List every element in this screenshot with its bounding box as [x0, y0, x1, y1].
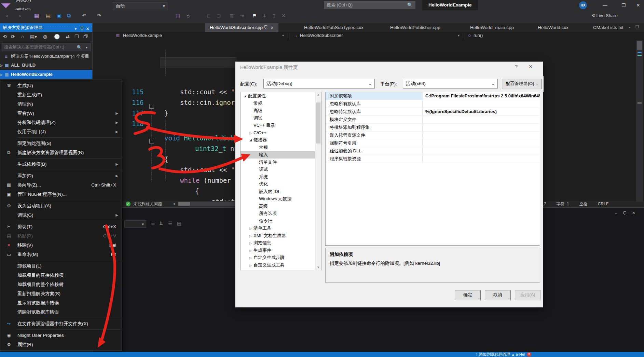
property-row-延迟加载的 DLL[interactable]: 延迟加载的 DLL: [326, 147, 540, 155]
property-row-程序集链接资源[interactable]: 程序集链接资源: [326, 155, 540, 163]
close-icon[interactable]: ✕: [632, 211, 635, 215]
collapsed-icon[interactable]: ▷: [249, 225, 254, 233]
tree-scrollbar[interactable]: ∧ ∨: [315, 92, 321, 270]
expanded-icon[interactable]: [249, 139, 252, 141]
context-menu-item-管理 NuGet 程序包(N)...[interactable]: ▣管理 NuGet 程序包(N)...: [0, 190, 122, 199]
solution-config-combo[interactable]: 自动▾: [113, 2, 167, 10]
collapsed-icon[interactable]: ▷: [249, 240, 254, 247]
context-menu-item-重命名(M)[interactable]: ▭重命名(M)F2: [0, 250, 122, 259]
property-tree-item-输入[interactable]: 输入: [241, 151, 321, 159]
collapsed-icon[interactable]: ▷: [249, 247, 254, 255]
property-tree-item-高级[interactable]: 高级: [241, 107, 321, 114]
property-tree-item-链接器[interactable]: 链接器: [241, 136, 321, 144]
collapse-all-icon[interactable]: ❐: [74, 34, 79, 39]
property-tree-item-常规[interactable]: 常规: [241, 100, 321, 107]
property-tree-item-VC++ 目录[interactable]: VC++ 目录: [241, 122, 321, 129]
quick-search-input[interactable]: 搜索 (Ctrl+Q) 🔍: [324, 1, 415, 9]
breadcrumb-project[interactable]: HelloWorldExample: [123, 33, 162, 38]
tab-overflow-icon[interactable]: ⌄: [628, 25, 631, 29]
switch-views-icon[interactable]: ▤▾: [30, 34, 37, 39]
save-icon[interactable]: ▣: [57, 13, 61, 19]
list-icon[interactable]: ≣: [230, 13, 234, 19]
solution-explorer-search-input[interactable]: 搜索解决方案资源管理器(Ctrl+;) 🔍 ▾: [2, 43, 91, 51]
property-tree-item-配置属性[interactable]: 配置属性: [241, 92, 321, 100]
context-menu-item-调试(G)[interactable]: 调试(G)▶: [0, 210, 122, 220]
property-tree-item-Windows 元数据[interactable]: Windows 元数据: [241, 195, 321, 203]
new-project-icon[interactable]: ▦: [34, 13, 39, 19]
avatar[interactable]: HX: [579, 1, 587, 9]
property-value[interactable]: [423, 155, 540, 163]
vertical-scrollbar[interactable]: [636, 40, 643, 202]
property-row-模块定义文件[interactable]: 模块定义文件: [326, 116, 540, 124]
config-combo[interactable]: 活动(Debug)⌄: [263, 79, 375, 88]
property-row-将模块添加到程序集[interactable]: 将模块添加到程序集: [326, 124, 540, 132]
live-share-button[interactable]: ⟲ Live Share: [591, 13, 618, 18]
expand-icon[interactable]: ▷: [0, 61, 5, 70]
context-menu-item-在文件资源管理器中打开文件夹(X)[interactable]: ↪在文件资源管理器中打开文件夹(X): [0, 319, 122, 328]
context-menu-item-生成依赖项(B)[interactable]: 生成依赖项(B)▶: [0, 160, 122, 169]
tab-HelloWorldPublisher.cpp[interactable]: HelloWorldPublisher.cpp: [385, 23, 445, 32]
step-back-icon[interactable]: ⊏: [206, 13, 211, 19]
context-menu-item-添加(D)[interactable]: 添加(D)▶: [0, 171, 122, 180]
back-icon[interactable]: ‹: [6, 13, 8, 18]
tab-HelloWorld_main.cpp[interactable]: HelloWorld_main.cpp: [465, 23, 519, 32]
property-tree-item-调试[interactable]: 调试: [241, 166, 321, 173]
home-icon[interactable]: ⌂: [187, 13, 190, 18]
chevron-down-icon[interactable]: ▾: [458, 33, 460, 37]
property-tree-item-调试[interactable]: 调试: [241, 114, 321, 122]
solution-explorer-header[interactable]: 解决方案资源管理器 ▾ ✕: [0, 23, 92, 32]
close-icon[interactable]: ✕: [529, 64, 533, 69]
config-manager-button[interactable]: 配置管理器(O)...: [502, 79, 542, 89]
bookmark-icon[interactable]: ⚑: [252, 13, 257, 19]
collapsed-icon[interactable]: ▷: [249, 130, 254, 137]
save-all-icon[interactable]: ⧉: [67, 13, 71, 19]
expanded-icon[interactable]: [244, 95, 246, 97]
property-value[interactable]: C:\Program Files\eProsima\fastrtps 2.5.0…: [423, 92, 540, 100]
context-menu-item-类向导(Z)...[interactable]: ▦类向导(Z)...Ctrl+Shift+X: [0, 180, 122, 190]
property-tree-item-嵌入的 IDL[interactable]: 嵌入的 IDL: [241, 188, 321, 195]
pin-icon[interactable]: [623, 211, 626, 216]
source-control-text[interactable]: 添加到源代码管理: [479, 352, 510, 357]
property-tree-item-清单工具[interactable]: ▷清单工具: [241, 224, 321, 232]
tab-HelloWorldPubSubTypes.cxx[interactable]: HelloWorldPubSubTypes.cxx: [299, 23, 368, 32]
output-source-combo[interactable]: ▾: [124, 220, 146, 228]
property-tree-item-清单文件[interactable]: 清单文件: [241, 159, 321, 166]
property-tree-item-XML 文档生成器[interactable]: ▷XML 文档生成器: [241, 232, 321, 239]
properties-page-icon[interactable]: 🗇: [83, 34, 88, 39]
context-menu-item-查看(W)[interactable]: 查看(W)▶: [0, 109, 122, 118]
minimize-button[interactable]: —: [599, 0, 611, 10]
context-menu-item-剪切(T)[interactable]: ✂剪切(T)Ctrl+X: [0, 222, 122, 231]
context-menu-item-限定为此范围(S)[interactable]: 限定为此范围(S): [0, 139, 122, 148]
forward-icon[interactable]: ⟳: [11, 34, 15, 39]
property-value[interactable]: [423, 116, 540, 123]
property-tree-item-自定义生成工具[interactable]: ▷自定义生成工具: [241, 261, 321, 269]
property-row-附加依赖项[interactable]: 附加依赖项C:\Program Files\eProsima\fastrtps …: [326, 92, 540, 100]
notification-badge[interactable]: 2: [527, 352, 531, 357]
context-menu-item-显示浏览数据库错误[interactable]: 显示浏览数据库错误: [0, 298, 122, 307]
pending-changes-icon[interactable]: 🕓: [54, 34, 60, 39]
context-menu-item-粘贴(P)[interactable]: ▤粘贴(P)Ctrl+V: [0, 231, 122, 241]
property-row-嵌入托管资源文件[interactable]: 嵌入托管资源文件: [326, 132, 540, 139]
property-tree-item-优化[interactable]: 优化: [241, 180, 321, 188]
tab-HelloWorldSubscriber.cpp[interactable]: HelloWorldSubscriber.cpp ✕: [205, 23, 278, 32]
tree-row-解决方案"HelloWorldExample"(4 个项目[interactable]: ⧈解决方案"HelloWorldExample"(4 个项目: [0, 52, 92, 61]
property-tree-item-生成事件[interactable]: ▷生成事件: [241, 247, 321, 254]
tree-row-HelloWorldExample[interactable]: ▷▦HelloWorldExample: [0, 70, 92, 79]
sync-icon[interactable]: ◍: [43, 34, 47, 39]
attach-icon[interactable]: ◳: [176, 13, 180, 19]
context-menu-item-仅用于项目(J)[interactable]: 仅用于项目(J)▶: [0, 127, 122, 136]
open-folder-icon[interactable]: ▤: [46, 13, 51, 19]
platform-combo[interactable]: 活动(x64)⌄: [403, 79, 498, 88]
scroll-up-icon[interactable]: ∧: [315, 93, 321, 97]
breadcrumb-type[interactable]: HelloWorldSubscriber: [300, 33, 343, 38]
context-menu-item-加载项目的整个依赖树[interactable]: 加载项目的整个依赖树: [0, 280, 122, 289]
property-value[interactable]: [423, 124, 540, 131]
ok-button[interactable]: 确定: [455, 290, 481, 300]
tab-float-icon[interactable]: ❏: [635, 25, 639, 29]
toggle-output-icon[interactable]: ▤: [177, 221, 181, 226]
indent-icon[interactable]: ⇥: [240, 13, 244, 19]
property-value[interactable]: [423, 147, 540, 155]
context-menu-item-设为启动项目(A)[interactable]: ⚙设为启动项目(A): [0, 201, 122, 210]
property-tree-item-常规[interactable]: 常规: [241, 144, 321, 151]
scroll-lock-icon[interactable]: ⇊: [159, 221, 163, 226]
